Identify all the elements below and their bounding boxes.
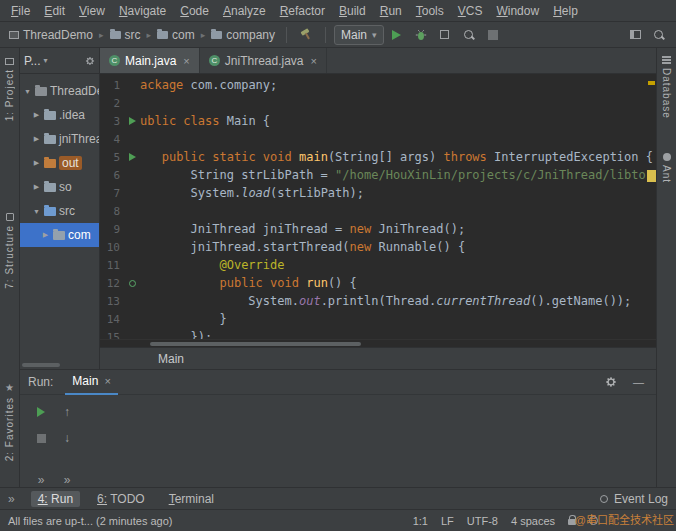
run-tab-main[interactable]: Main × (65, 370, 117, 395)
toolwindow-quick-access-icon[interactable]: » (8, 492, 15, 506)
project-panel-scrollbar[interactable] (20, 361, 99, 369)
line-separator[interactable]: LF (441, 515, 454, 527)
path-crumb-src[interactable]: src (107, 28, 144, 42)
editor-layout-button[interactable] (624, 24, 646, 46)
expand-arrow-icon[interactable]: ▶ (32, 159, 41, 167)
vcs-status-message[interactable]: All files are up-t... (2 minutes ago) (8, 515, 172, 527)
line-number[interactable]: 9 (100, 223, 124, 236)
expand-arrow-icon[interactable]: ▶ (32, 135, 41, 143)
line-number[interactable]: 5 (100, 151, 124, 164)
editor-tab-JniThread.java[interactable]: CJniThread.java× (200, 48, 327, 73)
tree-item-ThreadDemo[interactable]: ▼ThreadDemo (20, 79, 99, 103)
gutter[interactable] (124, 117, 140, 125)
toolwindow-button-run[interactable]: 4: Run (31, 491, 80, 507)
tree-item-out[interactable]: ▶out (20, 151, 99, 175)
collapse-all-icon[interactable]: » (64, 473, 71, 487)
path-crumb-company[interactable]: company (208, 28, 278, 42)
stripe-button-project[interactable]: 1: Project (4, 58, 15, 121)
run-gutter-icon[interactable] (129, 153, 136, 161)
search-everywhere-button[interactable] (648, 24, 670, 46)
settings-gear-icon[interactable] (605, 376, 617, 388)
path-crumb-threaddemo[interactable]: ThreadDemo (6, 28, 96, 42)
gutter[interactable] (124, 153, 140, 161)
line-number[interactable]: 7 (100, 187, 124, 200)
line-number[interactable]: 10 (100, 241, 124, 254)
code-text: JniThread jniThread = new JniThread(); (140, 222, 465, 236)
line-number[interactable]: 12 (100, 277, 124, 290)
path-crumb-com[interactable]: com (154, 28, 198, 42)
breadcrumb-item[interactable]: Main (158, 352, 184, 366)
tree-item-jniThread[interactable]: ▶jniThread (20, 127, 99, 151)
event-log-button[interactable]: Event Log (600, 492, 668, 506)
line-number[interactable]: 13 (100, 295, 124, 308)
horizontal-scrollbar[interactable] (100, 339, 656, 347)
run-button[interactable] (386, 24, 408, 46)
hide-panel-icon[interactable]: — (629, 376, 648, 388)
menu-file[interactable]: File (4, 4, 37, 18)
menu-tools[interactable]: Tools (409, 4, 451, 18)
scrollbar-thumb[interactable] (22, 363, 60, 367)
down-arrow-icon[interactable]: ↓ (64, 431, 70, 445)
debug-button[interactable] (410, 24, 432, 46)
menu-vcs[interactable]: VCS (451, 4, 490, 18)
toolwindow-button-terminal[interactable]: Terminal (162, 491, 221, 507)
menu-build[interactable]: Build (332, 4, 373, 18)
stripe-button-database[interactable]: Database (661, 56, 672, 119)
build-hammer-icon[interactable] (295, 24, 317, 46)
file-encoding[interactable]: UTF-8 (467, 515, 498, 527)
menu-view[interactable]: View (72, 4, 112, 18)
project-panel-header[interactable]: P... ▾ (20, 48, 99, 74)
close-icon[interactable]: × (104, 375, 110, 387)
line-number[interactable]: 1 (100, 79, 124, 92)
expand-arrow-icon[interactable]: ▶ (32, 183, 41, 191)
menu-window[interactable]: Window (489, 4, 546, 18)
tree-item-src[interactable]: ▼src (20, 199, 99, 223)
line-number[interactable]: 8 (100, 205, 124, 218)
line-number[interactable]: 14 (100, 313, 124, 326)
code-editor[interactable]: 1ackage com.company;23ublic class Main {… (100, 74, 656, 339)
indent-config[interactable]: 4 spaces (511, 515, 555, 527)
toolwindow-button-todo[interactable]: 6: TODO (90, 491, 152, 507)
coverage-button[interactable] (434, 24, 456, 46)
expand-all-icon[interactable]: » (38, 473, 45, 487)
stop-button[interactable] (482, 24, 504, 46)
profiler-button[interactable] (458, 24, 480, 46)
line-number[interactable]: 3 (100, 115, 124, 128)
gutter[interactable] (124, 280, 140, 287)
menu-edit[interactable]: Edit (37, 4, 72, 18)
error-stripe-mark[interactable] (648, 81, 655, 85)
override-gutter-icon[interactable] (129, 280, 136, 287)
tree-item-so[interactable]: ▶so (20, 175, 99, 199)
menu-analyze[interactable]: Analyze (216, 4, 273, 18)
line-number[interactable]: 15 (100, 331, 124, 340)
scrollbar-thumb[interactable] (150, 342, 361, 346)
stop-console-button[interactable] (37, 434, 46, 443)
up-arrow-icon[interactable]: ↑ (64, 405, 70, 419)
line-number[interactable]: 4 (100, 133, 124, 146)
menu-code[interactable]: Code (173, 4, 216, 18)
expand-arrow-icon[interactable]: ▶ (41, 231, 50, 239)
expand-arrow-icon[interactable]: ▶ (32, 111, 41, 119)
stripe-button-ant[interactable]: Ant (661, 153, 672, 183)
line-number[interactable]: 6 (100, 169, 124, 182)
expand-arrow-icon[interactable]: ▼ (23, 88, 32, 95)
editor-tab-Main.java[interactable]: CMain.java× (100, 48, 200, 73)
rerun-button[interactable] (37, 407, 45, 417)
stripe-button-structure[interactable]: 7: Structure (4, 213, 15, 289)
line-number[interactable]: 11 (100, 259, 124, 272)
expand-arrow-icon[interactable]: ▼ (32, 208, 41, 215)
menu-refactor[interactable]: Refactor (273, 4, 332, 18)
menu-help[interactable]: Help (546, 4, 585, 18)
run-gutter-icon[interactable] (129, 117, 136, 125)
line-number[interactable]: 2 (100, 97, 124, 110)
menu-navigate[interactable]: Navigate (112, 4, 173, 18)
tree-item-com[interactable]: ▶com (20, 223, 99, 247)
stripe-button-star[interactable]: ★2: Favorites (4, 383, 15, 461)
close-icon[interactable]: × (183, 55, 189, 67)
close-icon[interactable]: × (311, 55, 317, 67)
run-config-select[interactable]: Main ▾ (334, 25, 384, 45)
tree-item-.idea[interactable]: ▶.idea (20, 103, 99, 127)
gear-icon[interactable] (85, 56, 95, 66)
caret-position[interactable]: 1:1 (413, 515, 428, 527)
menu-run[interactable]: Run (373, 4, 409, 18)
